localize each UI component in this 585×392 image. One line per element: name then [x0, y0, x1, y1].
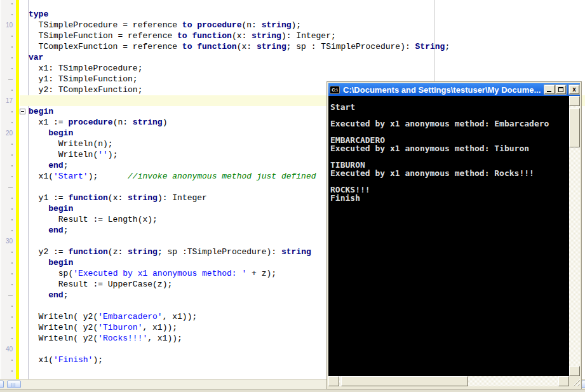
- gutter-dot[interactable]: [0, 84, 14, 95]
- gutter-dot[interactable]: [0, 311, 14, 322]
- gutter-dot[interactable]: [0, 106, 14, 117]
- code-token: [29, 258, 48, 267]
- code-text[interactable]: TComplexFunction = reference to function…: [29, 41, 450, 52]
- gutter-dot[interactable]: [0, 257, 14, 268]
- code-text[interactable]: end;: [29, 160, 68, 171]
- gutter-dot[interactable]: [0, 171, 14, 182]
- code-text[interactable]: x1('Finish');: [29, 355, 103, 365]
- scroll-down-button[interactable]: [569, 366, 580, 376]
- code-text[interactable]: Writeln( y2('Tiburon', x1));: [29, 322, 177, 333]
- console-vertical-scrollbar[interactable]: [569, 96, 580, 376]
- code-line-11: TSimpleFunction = reference to function(…: [0, 30, 585, 41]
- code-token: [29, 290, 48, 300]
- gutter-line-number[interactable]: 40: [0, 344, 14, 355]
- dot-icon: [11, 122, 13, 123]
- scroll-up-button[interactable]: [569, 96, 580, 106]
- gutter-dot[interactable]: [0, 365, 14, 376]
- code-token: Result := UpperCase(z);: [29, 280, 172, 289]
- gutter-dot[interactable]: [0, 214, 14, 225]
- code-line-8: [0, 0, 585, 9]
- dot-icon: [11, 68, 13, 69]
- maximize-button[interactable]: [556, 85, 566, 94]
- gutter-dash[interactable]: [0, 290, 14, 301]
- dash-icon: [8, 79, 13, 80]
- code-line-10: 10 TSimpleProcedure = reference to proce…: [0, 20, 585, 30]
- gutter-line-number[interactable]: 10: [0, 20, 14, 30]
- editor-scrollbar-thumb[interactable]: [7, 381, 21, 388]
- code-text[interactable]: TSimpleFunction = reference to function(…: [29, 30, 336, 41]
- console-window[interactable]: C:\ C:\Documents and Settings\testuser\M…: [326, 81, 582, 389]
- code-text[interactable]: x1('Start'); //invoke anonymous method j…: [29, 171, 316, 182]
- resize-corner[interactable]: [569, 376, 580, 386]
- code-text[interactable]: Writeln( y2('Embarcadero', x1));: [29, 311, 197, 322]
- close-button[interactable]: x: [569, 85, 579, 94]
- console-titlebar[interactable]: C:\ C:\Documents and Settings\testuser\M…: [328, 83, 580, 96]
- gutter-dot[interactable]: [0, 41, 14, 52]
- code-text[interactable]: Result := Length(x);: [29, 214, 158, 225]
- keyword-token: string: [128, 247, 158, 257]
- dot-icon: [11, 252, 13, 253]
- vertical-scrollbar-thumb[interactable]: [569, 108, 580, 147]
- code-text[interactable]: TSimpleProcedure = reference to procedur…: [29, 20, 301, 30]
- code-text[interactable]: begin: [29, 128, 73, 139]
- minimize-button[interactable]: [544, 85, 555, 94]
- gutter-dot[interactable]: [0, 193, 14, 203]
- code-text[interactable]: var: [29, 52, 43, 63]
- code-token: , x1));: [147, 334, 182, 343]
- gutter-dot[interactable]: [0, 322, 14, 333]
- gutter-dot[interactable]: [0, 301, 14, 311]
- gutter-dot[interactable]: [0, 268, 14, 279]
- gutter-dash[interactable]: [0, 74, 14, 84]
- editor-scroll-left-button[interactable]: [0, 381, 4, 388]
- code-text[interactable]: y1 := function(x: string): Integer: [29, 193, 207, 203]
- dot-icon: [11, 198, 13, 199]
- gutter-dot[interactable]: [0, 9, 14, 20]
- gutter-dot[interactable]: [0, 333, 14, 344]
- code-text[interactable]: Writeln(n);: [29, 139, 113, 149]
- gutter-dot[interactable]: [0, 52, 14, 63]
- gutter-dot[interactable]: [0, 247, 14, 257]
- console-screen[interactable]: Start Executed by x1 anonymous method: E…: [328, 96, 569, 376]
- console-horizontal-scrollbar[interactable]: [328, 376, 569, 386]
- dot-icon: [11, 284, 13, 285]
- gutter-dot[interactable]: [0, 63, 14, 74]
- code-text[interactable]: y2 := function(z: string; sp :TSimplePro…: [29, 247, 311, 257]
- gutter-dot[interactable]: [0, 0, 14, 9]
- code-text[interactable]: begin: [29, 203, 73, 214]
- code-text[interactable]: Result := UpperCase(z);: [29, 279, 172, 290]
- code-token: [29, 161, 48, 170]
- gutter-dot[interactable]: [0, 160, 14, 171]
- gutter-dash[interactable]: [0, 182, 14, 193]
- code-text[interactable]: begin: [29, 257, 73, 268]
- gutter-line-number[interactable]: 20: [0, 128, 14, 139]
- code-text[interactable]: x1: TSimpleProcedure;: [29, 63, 142, 74]
- gutter-dot[interactable]: [0, 355, 14, 365]
- horizontal-scrollbar-thumb[interactable]: [341, 376, 468, 386]
- dot-icon: [11, 36, 13, 37]
- code-fold-collapse-box[interactable]: [20, 109, 25, 114]
- gutter-line-number[interactable]: 17: [0, 95, 14, 106]
- scroll-left-button[interactable]: [328, 376, 339, 386]
- gutter-dot[interactable]: [0, 149, 14, 160]
- keyword-token: begin: [29, 107, 53, 116]
- gutter-line-number[interactable]: 30: [0, 236, 14, 247]
- gutter-dot[interactable]: [0, 203, 14, 214]
- scroll-right-button[interactable]: [558, 376, 569, 386]
- code-text[interactable]: Writeln('');: [29, 149, 118, 160]
- code-text[interactable]: end;: [29, 225, 68, 236]
- code-text[interactable]: y1: TSimpleFunction;: [29, 74, 138, 84]
- gutter-dot[interactable]: [0, 279, 14, 290]
- gutter-dot[interactable]: [0, 139, 14, 149]
- code-text[interactable]: x1 := procedure(n: string): [29, 117, 167, 128]
- code-token: );: [93, 355, 103, 365]
- code-text[interactable]: sp('Executed by x1 anonymous method: ' +…: [29, 268, 276, 279]
- code-text[interactable]: y2: TComplexFunction;: [29, 84, 142, 95]
- gutter-dot[interactable]: [0, 225, 14, 236]
- gutter-dot[interactable]: [0, 117, 14, 128]
- code-text[interactable]: type: [29, 9, 48, 20]
- code-text[interactable]: Writeln( y2('Rocks!!!', x1));: [29, 333, 182, 344]
- code-text[interactable]: end;: [29, 290, 68, 301]
- gutter-dot[interactable]: [0, 30, 14, 41]
- code-text[interactable]: begin: [29, 106, 53, 117]
- keyword-token: to: [182, 42, 192, 51]
